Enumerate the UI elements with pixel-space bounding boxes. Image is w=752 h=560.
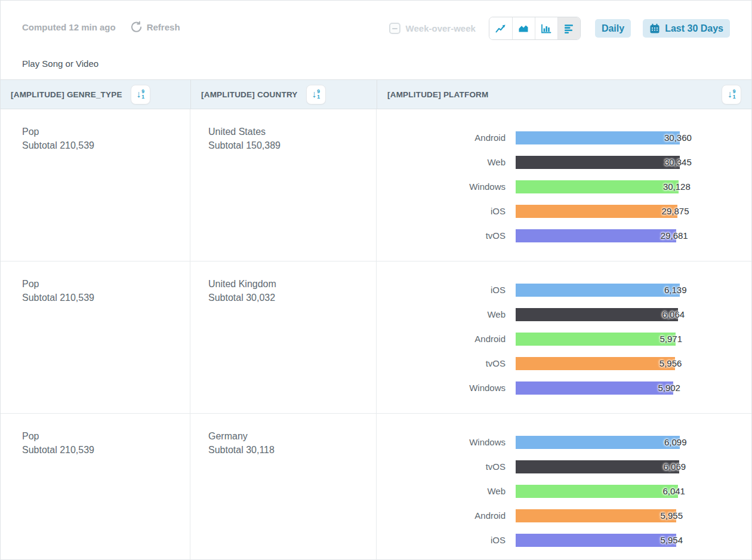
bar-category-label: tvOS xyxy=(377,229,516,242)
line-chart-icon xyxy=(494,23,507,35)
country-value: Germany xyxy=(208,429,376,443)
line-chart-button[interactable] xyxy=(489,17,512,39)
bar-value-label: 5,971 xyxy=(660,332,683,346)
bar-track: 29,875 xyxy=(516,204,751,218)
chart-type-toggle-group xyxy=(489,17,581,40)
country-subtotal: Subtotal 150,389 xyxy=(208,139,376,152)
bar-row: tvOS 29,681 xyxy=(377,223,751,248)
bar-value-label: 29,681 xyxy=(661,229,688,242)
bar-row: Web 6,041 xyxy=(377,479,751,503)
date-range-label: Last 30 Days xyxy=(665,23,723,34)
genre-value: Pop xyxy=(22,429,190,443)
country-cell: United Kingdom Subtotal 30,032 xyxy=(190,261,377,413)
header-country: [AMPLITUDE] COUNTRY xyxy=(201,90,298,99)
table-header-row: [AMPLITUDE] GENRE_TYPE ↓ 9 1 [AMPLITUDE]… xyxy=(1,79,751,109)
column-chart-icon xyxy=(540,23,553,35)
week-over-week-checkbox[interactable] xyxy=(389,23,400,34)
bar-fill xyxy=(516,284,680,297)
genre-subtotal: Subtotal 210,539 xyxy=(22,139,190,152)
bar-value-label: 30,360 xyxy=(664,131,692,144)
column-chart-button[interactable] xyxy=(535,17,557,39)
sort-platform-button[interactable]: ↓ 9 1 xyxy=(722,85,741,104)
bar-category-label: Web xyxy=(377,484,516,498)
platform-chart-cell: Android 30,360 Web 30,345 Windows 30,128… xyxy=(377,109,751,261)
bar-fill xyxy=(516,460,679,473)
header-genre-type: [AMPLITUDE] GENRE_TYPE xyxy=(11,90,122,99)
bar-fill xyxy=(516,436,680,449)
bar-track: 29,681 xyxy=(516,229,751,242)
bar-row: Web 6,064 xyxy=(377,302,751,327)
sort-descending-icon: ↓ 9 1 xyxy=(728,89,736,100)
bar-value-label: 5,902 xyxy=(658,381,680,395)
bar-category-label: iOS xyxy=(377,204,516,218)
bar-track: 5,955 xyxy=(516,509,751,522)
country-cell: Germany Subtotal 30,118 xyxy=(190,414,377,560)
country-subtotal: Subtotal 30,118 xyxy=(208,443,376,457)
genre-cell: Pop Subtotal 210,539 xyxy=(1,414,190,560)
sort-descending-icon: ↓ 9 1 xyxy=(312,89,320,100)
bar-value-label: 5,956 xyxy=(659,356,682,370)
bar-category-label: Android xyxy=(377,332,516,346)
bar-row: iOS 6,139 xyxy=(377,278,751,302)
bar-value-label: 30,128 xyxy=(663,180,691,193)
bar-track: 5,902 xyxy=(516,381,751,395)
bar-track: 30,345 xyxy=(516,155,751,169)
week-over-week-label: Week-over-week xyxy=(406,23,476,33)
horizontal-bars-icon xyxy=(562,23,575,35)
bar-fill xyxy=(516,229,676,242)
horizontal-bars-button[interactable] xyxy=(557,17,580,39)
table-body: Pop Subtotal 210,539 United States Subto… xyxy=(1,109,751,560)
bar-fill xyxy=(516,534,676,547)
bar-value-label: 6,069 xyxy=(664,460,686,473)
date-range-button[interactable]: Last 30 Days xyxy=(643,19,730,38)
country-value: United States xyxy=(208,125,376,139)
sort-genre-button[interactable]: ↓ 9 1 xyxy=(131,85,150,104)
bar-row: Android 5,971 xyxy=(377,327,751,351)
bar-fill xyxy=(516,509,676,522)
area-chart-icon xyxy=(517,23,530,35)
bar-fill xyxy=(516,156,680,169)
computed-timestamp: Computed 12 min ago xyxy=(22,22,116,32)
bar-fill xyxy=(516,485,678,498)
bar-row: Windows 6,099 xyxy=(377,430,751,454)
bar-fill xyxy=(516,131,680,144)
calendar-icon xyxy=(649,23,660,34)
bar-category-label: Windows xyxy=(377,381,516,395)
bar-fill xyxy=(516,357,675,370)
bar-row: iOS 5,954 xyxy=(377,528,751,552)
table-row: Pop Subtotal 210,539 Germany Subtotal 30… xyxy=(1,414,751,560)
bar-value-label: 6,041 xyxy=(662,484,685,498)
bar-category-label: tvOS xyxy=(377,460,516,473)
table-row: Pop Subtotal 210,539 United Kingdom Subt… xyxy=(1,261,751,414)
event-title: Play Song or Video xyxy=(22,59,98,69)
area-chart-button[interactable] xyxy=(512,17,535,39)
bar-category-label: Web xyxy=(377,307,516,321)
bar-track: 5,956 xyxy=(516,356,751,370)
bar-row: Android 5,955 xyxy=(377,503,751,528)
bar-value-label: 6,099 xyxy=(664,435,687,449)
bar-row: tvOS 5,956 xyxy=(377,351,751,376)
bar-row: Windows 5,902 xyxy=(377,376,751,400)
bar-value-label: 29,875 xyxy=(662,204,689,218)
genre-cell: Pop Subtotal 210,539 xyxy=(1,109,190,261)
bar-row: Web 30,345 xyxy=(377,150,751,174)
header-platform: [AMPLITUDE] PLATFORM xyxy=(387,90,488,99)
bar-fill xyxy=(516,333,676,346)
platform-chart-cell: Windows 6,099 tvOS 6,069 Web 6,041 Andro… xyxy=(377,414,751,560)
genre-subtotal: Subtotal 210,539 xyxy=(22,291,190,304)
bar-fill xyxy=(516,180,679,193)
refresh-label: Refresh xyxy=(147,22,180,32)
daily-interval-button[interactable]: Daily xyxy=(595,19,631,38)
bar-track: 30,128 xyxy=(516,180,751,193)
refresh-icon xyxy=(130,21,143,33)
sort-country-button[interactable]: ↓ 9 1 xyxy=(306,85,326,104)
bar-category-label: iOS xyxy=(377,533,516,547)
refresh-button[interactable]: Refresh xyxy=(130,21,180,33)
table-row: Pop Subtotal 210,539 United States Subto… xyxy=(1,109,751,261)
bar-fill xyxy=(516,308,678,321)
bar-track: 6,099 xyxy=(516,435,751,449)
bar-track: 6,139 xyxy=(516,283,751,297)
bar-category-label: tvOS xyxy=(377,356,516,370)
genre-cell: Pop Subtotal 210,539 xyxy=(1,261,190,413)
platform-chart-cell: iOS 6,139 Web 6,064 Android 5,971 tvOS xyxy=(377,261,751,413)
